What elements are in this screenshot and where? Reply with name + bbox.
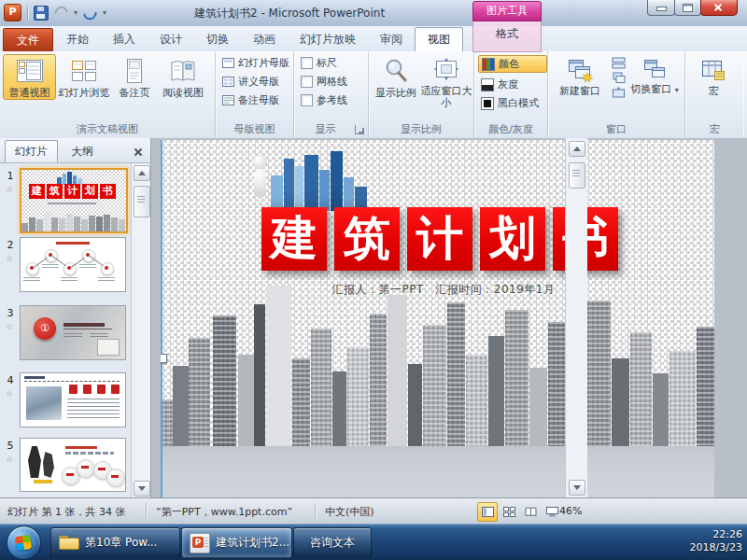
tab-file[interactable]: 文件 [3,28,53,52]
slide-sorter-button[interactable]: 幻灯片浏览 [56,54,112,100]
group-label: 宏 [685,122,743,136]
fit-window-icon [432,57,460,83]
tab-format[interactable]: 格式 [480,24,534,44]
powerpoint-app-icon[interactable] [4,4,21,21]
building-bar [189,338,210,446]
scroll-up-icon[interactable] [134,165,150,181]
close-icon[interactable] [132,146,145,159]
building-bar [653,373,669,446]
picture-tools-context-label: 图片工具 [472,1,542,21]
slide-master-button[interactable]: 幻灯片母版 [222,56,293,70]
notes-page-button[interactable]: 备注页 [112,54,157,100]
tab-slideshow[interactable]: 幻灯片放映 [288,27,368,51]
slide-thumbnail-4[interactable] [20,372,126,427]
ruler-checkbox[interactable]: 标尺 [301,56,368,70]
tab-home[interactable]: 开始 [54,27,101,51]
start-button[interactable] [7,525,41,560]
title-char-block: 建 [261,207,327,271]
close-button[interactable] [700,0,738,16]
thumb-rule [63,329,112,329]
slides-panel: 幻灯片 大纲 1 建 筑 计 划 书 2 [0,138,151,497]
blue-building-bar [304,155,318,211]
taskbar-clock[interactable]: 22:26 2018/3/23 [684,528,742,554]
magnifier-icon [383,57,409,85]
macros-button[interactable]: 宏 [691,54,736,97]
move-split-icon[interactable] [612,87,626,99]
editor-scrollbar[interactable] [565,138,587,497]
building-bar [505,310,529,446]
scroll-down-icon[interactable] [134,481,150,497]
title-bar[interactable]: 建筑计划书2 - Microsoft PowerPoint [0,0,747,27]
thumb-text [65,452,114,455]
scroll-up-icon[interactable] [569,141,585,157]
scrollbar-thumb[interactable] [134,186,150,217]
language-indicator[interactable]: 中文(中国) [325,505,374,519]
window-title: 建筑计划书2 - Microsoft PowerPoint [194,6,385,21]
gridlines-checkbox[interactable]: 网格线 [301,75,368,89]
tab-transitions[interactable]: 切换 [194,27,241,51]
slide-thumbnail-2[interactable] [20,237,126,292]
slideshow-icon [546,507,558,517]
thumb-title [56,242,90,245]
scrollbar-thumb[interactable] [569,162,585,189]
picture-selection-border[interactable] [161,140,162,497]
arrange-all-icon[interactable] [612,57,626,69]
group-label: 母版视图 [216,122,293,136]
tab-outline[interactable]: 大纲 [63,141,103,162]
notes-master-button[interactable]: 备注母版 [222,93,293,107]
checkbox-icon [301,57,313,69]
thumb-header-text [24,376,45,379]
thumb-figure [43,452,54,478]
slide-thumbnail-1[interactable]: 建 筑 计 划 书 [20,168,128,233]
redo-icon[interactable] [80,3,99,21]
switch-windows-button[interactable]: 切换窗口 [628,54,681,95]
thumb-diagram [21,247,125,290]
building-bar [311,329,331,446]
color-button[interactable]: 颜色 [478,55,547,73]
thumb-photo [26,386,62,420]
handout-master-icon [222,77,234,87]
slide-thumbnail-5[interactable] [20,438,126,492]
black-white-button[interactable]: 黑白模式 [481,96,547,110]
minimize-button[interactable] [647,0,675,16]
selection-handle[interactable] [161,354,167,363]
zoom-button[interactable]: 显示比例 [372,54,420,109]
ribbon: 普通视图 幻灯片浏览 [0,51,747,139]
tab-design[interactable]: 设计 [148,27,194,51]
undo-icon[interactable] [51,3,70,21]
grayscale-button[interactable]: 灰度 [481,77,547,91]
zoom-level[interactable]: 46% [559,505,582,517]
building-bar [254,304,265,446]
taskbar-folder-button[interactable]: 第10章 Pow... [50,527,180,558]
tab-slides[interactable]: 幻灯片 [5,140,58,162]
clock-time: 22:26 [684,528,742,541]
reading-view-shortcut[interactable] [520,502,541,522]
qat-customize-icon[interactable] [103,8,106,17]
tab-review[interactable]: 审阅 [368,27,415,51]
undo-dropdown-icon[interactable] [74,8,78,17]
building-bar [238,355,254,446]
maximize-button[interactable] [674,0,701,16]
scroll-down-icon[interactable] [569,480,585,496]
guides-checkbox[interactable]: 参考线 [301,93,368,107]
save-icon[interactable] [34,6,49,21]
taskbar-text-button[interactable]: 咨询文本 [293,527,372,558]
tab-view[interactable]: 视图 [415,27,463,51]
normal-view-shortcut[interactable] [477,502,498,522]
dialog-launcher-icon[interactable] [355,125,364,134]
reading-view-button[interactable]: 阅读视图 [157,54,209,100]
panel-scrollbar[interactable] [131,163,150,497]
normal-view-button[interactable]: 普通视图 [3,54,56,100]
building-bar [266,286,291,446]
taskbar-powerpoint-button[interactable]: 建筑计划书2... [181,527,292,558]
thumb-text [63,333,82,339]
tab-insert[interactable]: 插入 [101,27,148,51]
slide-thumbnail-3[interactable]: ① [20,305,126,360]
tab-animations[interactable]: 动画 [241,27,288,51]
slide-sorter-shortcut[interactable] [499,502,519,522]
slide-canvas[interactable]: 建 筑 计 划 书 汇报人：第一PPT 汇报时间：2019年1月 [161,140,714,497]
cascade-windows-icon[interactable] [612,72,626,84]
fit-to-window-button[interactable]: 适应窗口大小 [420,54,472,109]
handout-master-button[interactable]: 讲义母版 [222,75,293,89]
new-window-button[interactable]: 新建窗口 [554,54,606,97]
